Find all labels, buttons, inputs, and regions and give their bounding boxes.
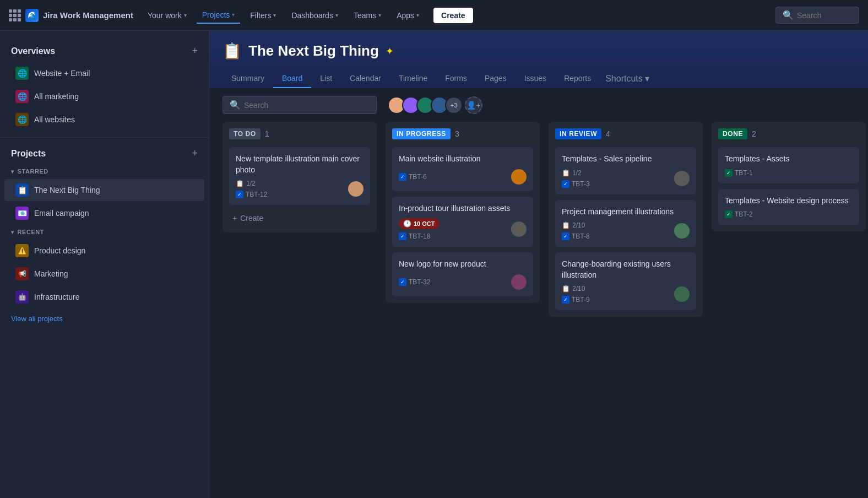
card-meta: ✓ TBT-2: [725, 210, 853, 218]
card-checkbox: ✓: [562, 180, 569, 188]
card-id: TBT-32: [409, 278, 430, 286]
create-card-button[interactable]: + Create: [229, 210, 370, 226]
sidebar-item-label: Website + Email: [34, 69, 90, 78]
card-tbt9[interactable]: Change-boarding existing users illustrat…: [555, 252, 696, 310]
starred-group[interactable]: ▾ STARRED: [0, 165, 209, 178]
add-overview-button[interactable]: +: [192, 45, 198, 57]
card-id: TBT-6: [409, 173, 427, 181]
avatar-more[interactable]: +3: [445, 96, 463, 114]
sidebar-item-label: Marketing: [34, 269, 68, 278]
card-tbt1[interactable]: Templates - Assets ✓ TBT-1: [718, 147, 859, 183]
subtask-icon: 📋: [562, 285, 570, 293]
sidebar-item-label: Email campaign: [34, 209, 89, 218]
sidebar-item-email-campaign[interactable]: 📧 Email campaign: [4, 202, 204, 224]
recent-group[interactable]: ▾ RECENT: [0, 225, 209, 239]
card-tbt6[interactable]: Main website illustration ✓ TBT-6: [392, 147, 533, 191]
tab-issues[interactable]: Issues: [516, 69, 555, 88]
clock-icon: 🕐: [403, 220, 411, 228]
board-container: TO DO 1 New template illustration main c…: [209, 122, 868, 498]
card-subtask: 📋 2/10: [562, 221, 590, 229]
sidebar-item-product-design[interactable]: ⚠️ Product design: [4, 240, 204, 262]
column-done-header: DONE 2: [718, 128, 859, 139]
tab-reports[interactable]: Reports: [555, 69, 600, 88]
chevron-down-icon: ▾: [335, 12, 338, 18]
column-todo-header: TO DO 1: [229, 128, 370, 139]
card-meta: ✓ TBT-6: [399, 169, 527, 185]
all-websites-icon: 🌐: [15, 113, 29, 126]
product-design-icon: ⚠️: [15, 244, 29, 257]
card-avatar: [674, 223, 690, 239]
card-meta: 📋 1/2 ✓ TBT-3: [562, 169, 690, 188]
app-logo[interactable]: 🌊 Jira Work Management: [9, 9, 133, 22]
sidebar-item-website-email[interactable]: 🌐 Website + Email: [4, 62, 204, 84]
sidebar-item-all-marketing[interactable]: 🌐 All marketing: [4, 85, 204, 107]
tab-list[interactable]: List: [311, 69, 341, 88]
due-date-badge: 🕐 10 OCT: [399, 218, 440, 229]
projects-title: Projects: [11, 149, 46, 159]
star-icon[interactable]: ✦: [386, 45, 394, 57]
card-title: Change-boarding existing users illustrat…: [562, 259, 690, 280]
card-avatar: [511, 169, 527, 185]
subtask-icon: 📋: [562, 169, 570, 177]
chevron-down-icon: ▾: [232, 12, 235, 18]
card-checkbox: ✓: [725, 210, 733, 218]
sidebar-item-marketing[interactable]: 📢 Marketing: [4, 263, 204, 285]
card-checkbox: ✓: [562, 296, 569, 304]
add-project-button[interactable]: +: [192, 148, 198, 159]
card-meta: 🕐 10 OCT ✓ TBT-18: [399, 218, 527, 240]
nav-teams[interactable]: Teams ▾: [348, 8, 387, 23]
view-all-projects-link[interactable]: View all projects: [0, 309, 209, 328]
card-checkbox: ✓: [725, 169, 733, 177]
sidebar-item-next-big-thing[interactable]: 📋 The Next Big Thing: [4, 179, 204, 201]
board-search[interactable]: 🔍: [223, 96, 377, 114]
sidebar-item-label: All marketing: [34, 92, 79, 101]
card-checkbox: ✓: [399, 278, 406, 286]
nav-projects[interactable]: Projects ▾: [197, 7, 241, 24]
card-title: Templates - Sales pipeline: [562, 154, 690, 165]
card-tbt12[interactable]: New template illustration main cover pho…: [229, 147, 370, 205]
board-toolbar: 🔍 +3 👤+: [209, 88, 868, 122]
nav-your-work[interactable]: Your work ▾: [142, 8, 192, 23]
card-tbt18[interactable]: In-product tour illustration assets 🕐 10…: [392, 197, 533, 247]
tab-forms[interactable]: Forms: [436, 69, 476, 88]
tab-calendar[interactable]: Calendar: [341, 69, 390, 88]
card-checkbox: ✓: [399, 232, 406, 240]
column-todo: TO DO 1 New template illustration main c…: [223, 122, 377, 232]
card-title: Project management illustrations: [562, 207, 690, 218]
card-tbt32[interactable]: New logo for new product ✓ TBT-32: [392, 252, 533, 296]
chevron-down-icon: ▾: [378, 12, 381, 18]
tab-timeline[interactable]: Timeline: [390, 69, 436, 88]
chevron-down-icon: ▾: [273, 12, 276, 18]
todo-badge: TO DO: [229, 128, 261, 139]
sidebar-item-label: The Next Big Thing: [34, 186, 100, 194]
card-meta: ✓ TBT-32: [399, 274, 527, 290]
inreview-badge: IN REVIEW: [555, 128, 601, 139]
search-input[interactable]: [797, 11, 852, 20]
infrastructure-icon: 🤖: [15, 290, 29, 304]
nav-apps[interactable]: Apps ▾: [391, 8, 425, 23]
tab-pages[interactable]: Pages: [476, 69, 516, 88]
plus-icon: +: [232, 214, 237, 223]
card-tbt2[interactable]: Templates - Website design process ✓ TBT…: [718, 189, 859, 225]
sidebar-item-all-websites[interactable]: 🌐 All websites: [4, 109, 204, 131]
nav-filters[interactable]: Filters ▾: [245, 8, 281, 23]
create-button[interactable]: Create: [433, 8, 473, 23]
app-name: Jira Work Management: [43, 10, 133, 20]
add-member-button[interactable]: 👤+: [465, 96, 482, 114]
global-search[interactable]: 🔍: [775, 7, 859, 24]
shortcuts-dropdown[interactable]: Shortcuts ▾: [600, 69, 655, 88]
card-subtask: 📋 1/2: [236, 180, 267, 187]
todo-count: 1: [265, 129, 269, 138]
chevron-down-icon: ▾: [11, 229, 14, 235]
tab-summary[interactable]: Summary: [223, 69, 273, 88]
board-search-input[interactable]: [244, 101, 370, 110]
card-id: TBT-12: [246, 191, 267, 198]
overviews-section: Overviews +: [0, 42, 209, 60]
card-tbt8[interactable]: Project management illustrations 📋 2/10 …: [555, 200, 696, 247]
sidebar-item-label: Infrastructure: [34, 293, 79, 301]
nav-dashboards[interactable]: Dashboards ▾: [286, 8, 344, 23]
tab-board[interactable]: Board: [273, 69, 311, 88]
card-tbt3[interactable]: Templates - Sales pipeline 📋 1/2 ✓ TBT-3: [555, 147, 696, 194]
sidebar-item-infrastructure[interactable]: 🤖 Infrastructure: [4, 286, 204, 308]
card-avatar: [674, 171, 690, 186]
